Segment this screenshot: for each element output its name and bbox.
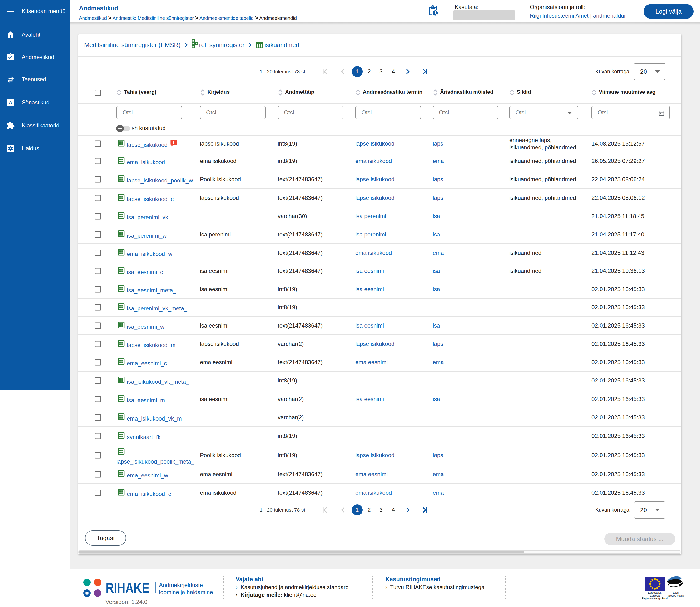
svg-text:A: A <box>8 100 13 106</box>
